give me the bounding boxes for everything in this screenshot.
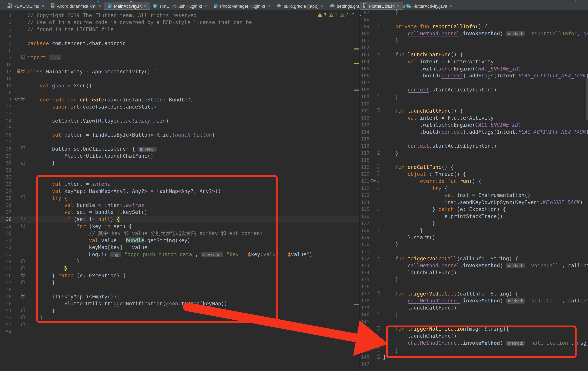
fold-expand-icon[interactable] bbox=[21, 308, 25, 314]
code-line[interactable]: 124 inst.sendKeyDownUpSync(KeyEvent.KEYC… bbox=[360, 199, 588, 206]
code-line[interactable]: 16 bbox=[0, 61, 359, 68]
code-line[interactable]: 19 val gson = Gson() bbox=[0, 82, 359, 89]
code-line[interactable]: 123 val inst = Instrumentation() bbox=[360, 192, 588, 199]
fold-collapse-icon[interactable] bbox=[377, 108, 381, 114]
fold-collapse-icon[interactable] bbox=[377, 23, 381, 29]
fold-expand-icon[interactable] bbox=[377, 235, 381, 240]
fold-collapse-icon[interactable] bbox=[377, 10, 381, 15]
fold-collapse-icon[interactable] bbox=[377, 164, 381, 170]
fold-collapse-icon[interactable] bbox=[21, 146, 25, 152]
code-line[interactable]: 106 .build(context).addFlags(Intent.FLAG… bbox=[360, 72, 588, 79]
code-line[interactable]: 139 launchCallFunc() bbox=[360, 304, 588, 311]
fold-expand-icon[interactable] bbox=[377, 347, 381, 353]
code-line[interactable]: 21 override fun onCreate(savedInstanceSt… bbox=[0, 96, 359, 103]
fold-expand-icon[interactable] bbox=[377, 312, 381, 318]
fold-collapse-icon[interactable] bbox=[21, 216, 25, 222]
tab-readme-md[interactable]: MDREADME.md✕ bbox=[4, 2, 48, 10]
code-line[interactable]: 131 bbox=[360, 248, 588, 255]
tab-close-icon[interactable]: ✕ bbox=[42, 4, 45, 9]
code-line[interactable]: 118 bbox=[360, 156, 588, 164]
chevron-up-icon[interactable]: ⌃ bbox=[351, 12, 355, 17]
code-line[interactable]: 110 bbox=[360, 100, 588, 108]
override-method-icon[interactable] bbox=[15, 97, 20, 103]
fold-collapse-icon[interactable] bbox=[377, 52, 381, 57]
code-line[interactable]: 17<>class MainActivity : AppCompatActivi… bbox=[0, 68, 359, 75]
inspection-item[interactable]: 2 bbox=[340, 12, 349, 17]
editor-right-flutterutils[interactable]: 97 }9899 private fun reportCallInfo() {1… bbox=[360, 10, 588, 371]
code-line[interactable]: 138 callMethodChannel.invokeMethod( meth… bbox=[360, 297, 588, 304]
fold-collapse-icon[interactable] bbox=[21, 294, 25, 300]
fold-collapse-icon[interactable] bbox=[21, 195, 25, 201]
fold-collapse-icon[interactable] bbox=[377, 256, 381, 262]
tab-mainactivity-kt[interactable]: CMainActivity.kt✕ bbox=[104, 2, 150, 10]
fold-expand-icon[interactable] bbox=[377, 150, 381, 156]
error-stripe-mark[interactable] bbox=[354, 63, 359, 64]
tab-build-gradle-app[interactable]: build.gradle (:app)✕ bbox=[273, 2, 327, 10]
code-line[interactable]: 105 .withCachedEngine(CHAT_ENGINE_ID) bbox=[360, 65, 588, 72]
code-line[interactable]: 111 fun launchCallFunc() { bbox=[360, 107, 588, 114]
code-line[interactable]: 2// Use of this source code is governed … bbox=[0, 19, 359, 26]
fold-expand-icon[interactable] bbox=[21, 160, 25, 166]
code-line[interactable]: 102 bbox=[360, 44, 588, 51]
tab-close-icon[interactable]: ✕ bbox=[267, 4, 270, 9]
code-line[interactable]: 112 val intent = FlutterActivity bbox=[360, 114, 588, 121]
code-line[interactable]: 134 launchCallFunc() bbox=[360, 269, 588, 276]
fold-expand-icon[interactable] bbox=[377, 94, 381, 100]
code-line[interactable]: 120 object : Thread() { bbox=[360, 171, 588, 178]
chevron-down-icon[interactable]: ⌄ bbox=[358, 12, 362, 17]
fold-collapse-icon[interactable] bbox=[377, 171, 381, 177]
code-line[interactable]: 6 bbox=[0, 47, 359, 54]
code-line[interactable]: 99 private fun reportCallInfo() { bbox=[360, 23, 588, 30]
code-line[interactable]: 108 context.startActivity(intent) bbox=[360, 86, 588, 93]
code-line[interactable]: 28 button.setOnClickListener { it: View! bbox=[0, 145, 359, 153]
code-line[interactable]: 4 bbox=[0, 33, 359, 40]
fold-expand-icon[interactable] bbox=[377, 241, 381, 247]
tab-close-icon[interactable]: ✕ bbox=[143, 4, 147, 9]
code-line[interactable]: 25 bbox=[0, 124, 359, 131]
tab-close-icon[interactable]: ✕ bbox=[449, 4, 452, 9]
code-line[interactable]: 26 val button = findViewById<Button>(R.i… bbox=[0, 131, 359, 138]
fold-collapse-icon[interactable] bbox=[21, 69, 25, 75]
fold-collapse-icon[interactable] bbox=[377, 185, 381, 191]
code-line[interactable]: 18 bbox=[0, 75, 359, 82]
code-line[interactable]: 5package com.tencent.chat.android bbox=[0, 40, 359, 47]
code-line[interactable]: 137 fun triggerVideoCall(callInfo: Strin… bbox=[360, 290, 588, 297]
tab-photomanagerplugin-kt[interactable]: CPhotoManagerPlugin.kt✕ bbox=[210, 2, 273, 10]
code-line[interactable]: 29 FlutterUtils.launchChatFunc() bbox=[0, 153, 359, 160]
code-line[interactable]: 140 } bbox=[360, 311, 588, 318]
fold-expand-icon[interactable] bbox=[21, 315, 25, 320]
code-line[interactable]: 141 bbox=[360, 318, 588, 325]
code-line[interactable]: 133 callMethodChannel.invokeMethod( meth… bbox=[360, 262, 588, 269]
fold-collapse-icon[interactable] bbox=[377, 206, 381, 212]
tab-close-icon[interactable]: ✕ bbox=[397, 4, 400, 9]
code-line[interactable]: 114 .build(context).addFlags(Intent.FLAG… bbox=[360, 128, 588, 135]
tab-flutteractivity-java[interactable]: CFlutterActivity.java✕ bbox=[403, 2, 455, 10]
tab-close-icon[interactable]: ✕ bbox=[98, 4, 101, 9]
code-line[interactable]: 3// found in the LICENSE file. bbox=[0, 26, 359, 33]
tab-androidmanifest-xml[interactable]: MFAndroidManifest.xml✕ bbox=[48, 2, 105, 10]
code-line[interactable]: 7import ... bbox=[0, 54, 359, 61]
fold-plus-icon[interactable] bbox=[21, 55, 25, 60]
fold-expand-icon[interactable] bbox=[377, 354, 381, 360]
code-line[interactable]: 136 bbox=[360, 283, 588, 290]
code-line[interactable]: 122 try { bbox=[360, 185, 588, 192]
code-line[interactable]: 27 bbox=[0, 138, 359, 145]
code-line[interactable]: 22 super.onCreate(savedInstanceState) bbox=[0, 103, 359, 110]
fold-expand-icon[interactable] bbox=[21, 322, 25, 327]
error-stripe-mark[interactable] bbox=[354, 304, 359, 305]
code-line[interactable]: 127 } bbox=[360, 220, 588, 227]
fold-collapse-icon[interactable] bbox=[21, 97, 25, 103]
fold-collapse-icon[interactable] bbox=[21, 273, 25, 278]
fold-expand-icon[interactable] bbox=[21, 280, 25, 285]
code-line[interactable]: 115 bbox=[360, 135, 588, 142]
error-stripe-mark[interactable] bbox=[354, 48, 359, 50]
tab-flutterutils-kt[interactable]: FlutterUtils.kt✕ bbox=[360, 2, 403, 10]
tab-close-icon[interactable]: ✕ bbox=[204, 4, 207, 9]
vertical-scrollbar-thumb[interactable] bbox=[586, 78, 588, 120]
code-line[interactable]: 20 bbox=[0, 89, 359, 96]
tab-close-icon[interactable]: ✕ bbox=[321, 4, 324, 9]
fold-expand-icon[interactable] bbox=[377, 228, 381, 233]
code-line[interactable]: 101 } bbox=[360, 37, 588, 44]
code-line[interactable]: 109 } bbox=[360, 93, 588, 100]
code-line[interactable]: 135 } bbox=[360, 276, 588, 283]
